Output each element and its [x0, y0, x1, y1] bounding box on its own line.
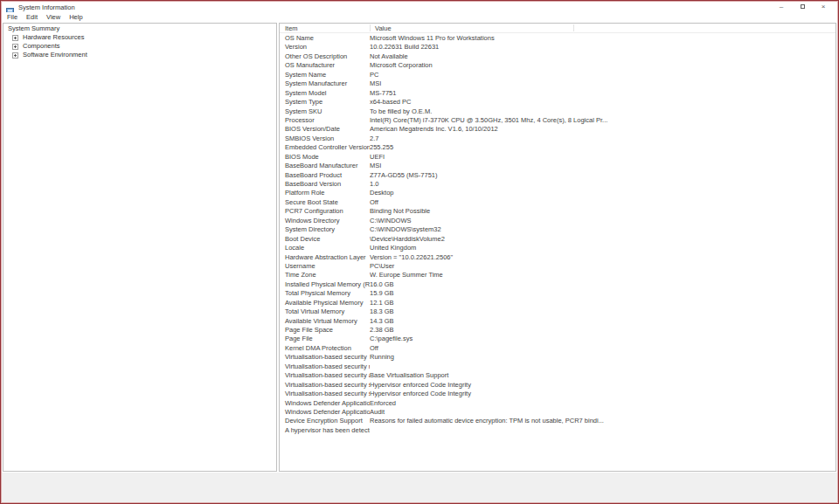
menu-file[interactable]: File: [2, 13, 22, 21]
table-row[interactable]: Page File Space2.38 GB: [280, 326, 836, 335]
column-header-value[interactable]: Value: [375, 24, 392, 32]
table-row[interactable]: BIOS Version/DateAmerican Megatrends Inc…: [280, 125, 836, 134]
restore-icon[interactable]: [792, 2, 813, 12]
column-header-item[interactable]: Item: [285, 24, 298, 32]
table-row[interactable]: SMBIOS Version2.7: [280, 135, 836, 143]
expand-plus-icon[interactable]: [12, 35, 18, 41]
tree-item[interactable]: Software Environment: [3, 51, 276, 59]
item-cell: Installed Physical Memory (RAM): [280, 280, 370, 289]
value-cell: PC: [370, 71, 836, 79]
table-row[interactable]: Version10.0.22631 Build 22631: [280, 43, 836, 52]
column-divider[interactable]: [573, 24, 574, 31]
value-cell: C:\WINDOWS: [370, 217, 836, 225]
value-cell: 10.0.22631 Build 22631: [370, 43, 836, 52]
table-row[interactable]: Available Physical Memory12.1 GB: [280, 299, 836, 307]
table-row[interactable]: Installed Physical Memory (RAM)16.0 GB: [280, 280, 836, 289]
table-row[interactable]: BaseBoard Version1.0: [280, 180, 836, 189]
value-cell: \Device\HarddiskVolume2: [370, 235, 836, 244]
expand-plus-icon[interactable]: [12, 52, 18, 59]
value-cell: [370, 362, 836, 371]
tree-item[interactable]: Components: [3, 42, 276, 51]
table-row[interactable]: OS ManufacturerMicrosoft Corporation: [280, 61, 836, 70]
table-row[interactable]: PCR7 ConfigurationBinding Not Possible: [280, 207, 836, 216]
table-row[interactable]: Windows Defender Application...Audit: [280, 408, 836, 417]
table-row[interactable]: Virtualisation-based security se...Hyper…: [280, 381, 836, 390]
item-cell: BIOS Mode: [280, 153, 370, 162]
item-cell: System SKU: [280, 107, 370, 116]
table-row[interactable]: Other OS DescriptionNot Available: [280, 52, 836, 61]
window-title: System Information: [18, 3, 75, 11]
table-row[interactable]: System NamePC: [280, 71, 836, 79]
value-cell: 18.3 GB: [370, 307, 836, 316]
item-cell: SMBIOS Version: [280, 135, 370, 143]
category-tree-pane: System Summary Hardware ResourcesCompone…: [3, 23, 277, 472]
minimize-icon[interactable]: –: [771, 2, 792, 12]
item-cell: Page File Space: [280, 326, 370, 335]
item-cell: Virtualisation-based security: [280, 353, 370, 362]
item-cell: Virtualisation-based security se...: [280, 381, 370, 390]
menu-view[interactable]: View: [42, 13, 65, 21]
value-cell: To be filled by O.E.M.: [370, 107, 836, 116]
table-row[interactable]: Hardware Abstraction LayerVersion = "10.…: [280, 253, 836, 262]
table-row[interactable]: BaseBoard ProductZ77A-GD55 (MS-7751): [280, 171, 836, 180]
table-row[interactable]: A hypervisor has been detecte...: [280, 426, 836, 435]
table-row[interactable]: Windows Defender Application...Enforced: [280, 399, 836, 408]
table-row[interactable]: System Typex64-based PC: [280, 98, 836, 107]
table-row[interactable]: Kernel DMA ProtectionOff: [280, 344, 836, 353]
item-cell: BaseBoard Product: [280, 171, 370, 180]
item-cell: Total Virtual Memory: [280, 307, 370, 316]
value-cell: Microsoft Corporation: [370, 61, 836, 70]
table-row[interactable]: Virtualisation-based security se...Hyper…: [280, 390, 836, 398]
table-row[interactable]: Virtualisation-based security av...Base …: [280, 371, 836, 380]
item-cell: Virtualisation-based security re...: [280, 362, 370, 371]
tree-item-system-summary[interactable]: System Summary: [3, 24, 276, 33]
table-row[interactable]: System ModelMS-7751: [280, 89, 836, 98]
item-cell: Windows Defender Application...: [280, 408, 370, 417]
table-row[interactable]: System SKUTo be filled by O.E.M.: [280, 107, 836, 116]
value-cell: 1.0: [370, 180, 836, 189]
table-row[interactable]: Virtualisation-based securityRunning: [280, 353, 836, 362]
value-cell: 14.3 GB: [370, 317, 836, 326]
table-row[interactable]: Page FileC:\pagefile.sys: [280, 335, 836, 343]
menu-edit[interactable]: Edit: [22, 13, 42, 21]
table-row[interactable]: Windows DirectoryC:\WINDOWS: [280, 217, 836, 225]
close-icon[interactable]: ×: [813, 2, 834, 12]
value-cell: C:\WINDOWS\system32: [370, 225, 836, 234]
item-cell: Embedded Controller Version: [280, 143, 370, 152]
table-row[interactable]: Total Virtual Memory18.3 GB: [280, 307, 836, 316]
table-row[interactable]: ProcessorIntel(R) Core(TM) i7-3770K CPU …: [280, 116, 836, 125]
value-cell: Base Virtualisation Support: [370, 371, 836, 380]
table-row[interactable]: BIOS ModeUEFI: [280, 153, 836, 162]
table-row[interactable]: Virtualisation-based security re...: [280, 362, 836, 371]
column-divider[interactable]: [370, 24, 371, 31]
item-cell: Time Zone: [280, 271, 370, 280]
value-cell: 255.255: [370, 143, 836, 152]
table-row[interactable]: Platform RoleDesktop: [280, 189, 836, 197]
table-row[interactable]: System DirectoryC:\WINDOWS\system32: [280, 225, 836, 234]
menu-help[interactable]: Help: [65, 13, 87, 21]
value-cell: Enforced: [370, 399, 836, 408]
table-row[interactable]: Total Physical Memory15.9 GB: [280, 289, 836, 298]
value-cell: [370, 426, 836, 435]
tree-item[interactable]: Hardware Resources: [3, 33, 276, 42]
table-row[interactable]: Embedded Controller Version255.255: [280, 143, 836, 152]
item-cell: Page File: [280, 335, 370, 343]
table-row[interactable]: Time ZoneW. Europe Summer Time: [280, 271, 836, 280]
value-cell: x64-based PC: [370, 98, 836, 107]
table-row[interactable]: OS NameMicrosoft Windows 11 Pro for Work…: [280, 34, 836, 43]
table-row[interactable]: Device Encryption SupportReasons for fai…: [280, 417, 836, 425]
table-row[interactable]: Secure Boot StateOff: [280, 198, 836, 207]
table-row[interactable]: System ManufacturerMSI: [280, 79, 836, 88]
value-cell: Intel(R) Core(TM) i7-3770K CPU @ 3.50GHz…: [370, 116, 836, 125]
table-row[interactable]: UsernamePC\User: [280, 262, 836, 271]
table-row[interactable]: LocaleUnited Kingdom: [280, 244, 836, 252]
value-cell: MSI: [370, 162, 836, 170]
table-row[interactable]: Boot Device\Device\HarddiskVolume2: [280, 235, 836, 244]
value-cell: MS-7751: [370, 89, 836, 98]
value-cell: Microsoft Windows 11 Pro for Workstation…: [370, 34, 836, 43]
item-cell: Windows Defender Application...: [280, 399, 370, 408]
table-row[interactable]: Available Virtual Memory14.3 GB: [280, 317, 836, 326]
table-row[interactable]: BaseBoard ManufacturerMSI: [280, 162, 836, 170]
expand-plus-icon[interactable]: [12, 44, 18, 50]
item-cell: OS Manufacturer: [280, 61, 370, 70]
